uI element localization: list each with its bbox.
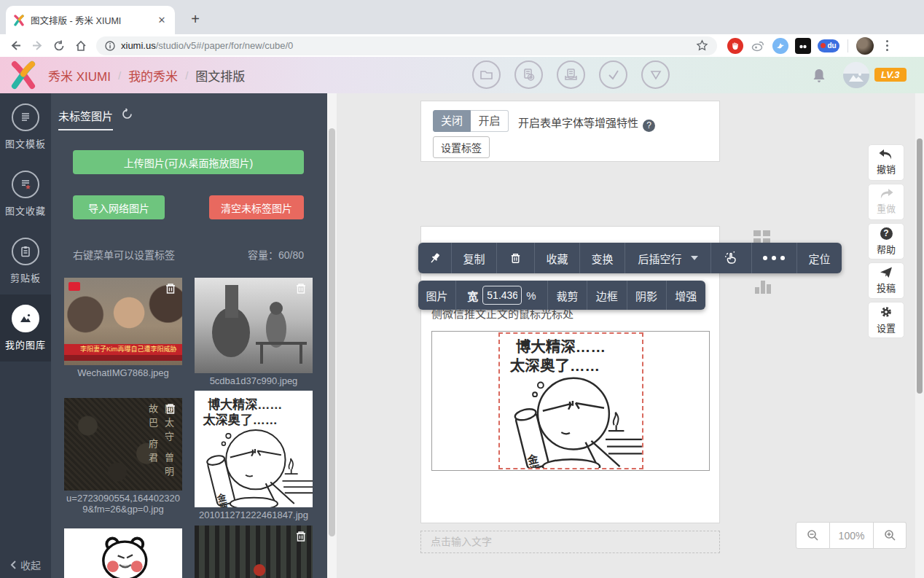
breadcrumb-brand[interactable]: 秀米 XIUMI — [48, 66, 111, 85]
library-image-item[interactable]: 李阳妻子Kim再曝自己遭李阳威胁 WechatIMG7868.jpeg — [64, 278, 182, 378]
home-icon[interactable] — [71, 36, 90, 55]
url-bar[interactable]: xiumi.us/studio/v5#/paper/for/new/cube/0 — [96, 36, 717, 55]
tab-untagged-images[interactable]: 未标签图片 — [58, 108, 113, 130]
selected-image[interactable]: 博大精深…… 太深奥了…… 金瓶梅 — [498, 332, 643, 469]
drag-hand-icon[interactable] — [711, 243, 752, 273]
new-tab-button[interactable]: + — [185, 9, 205, 30]
browser-tab[interactable]: 图文排版 - 秀米 XIUMI ✕ — [6, 6, 175, 34]
undo-arrow-icon — [879, 149, 893, 160]
library-image-item[interactable] — [64, 528, 182, 578]
library-scrollbar[interactable] — [327, 93, 337, 578]
insert-blank-after-label: 后插空行 — [638, 251, 681, 266]
svg-text:博大精深……: 博大精深…… — [515, 338, 605, 355]
sidebar-item-favorites[interactable]: 图文收藏 — [0, 160, 51, 227]
sidebar-item-my-gallery[interactable]: 我的图库 — [0, 294, 51, 362]
folder-icon[interactable] — [472, 60, 501, 89]
user-avatar[interactable] — [843, 62, 869, 88]
zoom-out-button[interactable] — [796, 522, 830, 549]
crop-button[interactable]: 裁剪 — [548, 281, 587, 310]
reload-icon[interactable] — [50, 36, 68, 55]
library-image-item[interactable] — [195, 526, 313, 578]
tab-close-icon[interactable]: ✕ — [156, 15, 168, 26]
copy-image-icon[interactable] — [514, 60, 543, 89]
du-badge-label: du — [827, 42, 836, 50]
enhance-button[interactable]: 增强 — [667, 281, 705, 310]
insert-blank-after-dropdown[interactable]: 后插空行 — [625, 243, 711, 273]
submit-button[interactable]: 投稿 — [868, 262, 904, 299]
favorite-button[interactable]: 收藏 — [535, 243, 580, 273]
redo-label: 重做 — [877, 201, 896, 215]
rubbing-glyphs: 陵太守 曾明 故巴 府君 — [70, 404, 176, 485]
undo-button[interactable]: 撤销 — [868, 144, 904, 181]
thumbnail-bw-photo[interactable] — [195, 278, 313, 373]
border-button[interactable]: 边框 — [587, 281, 627, 310]
browser-menu-icon[interactable] — [880, 40, 894, 51]
thumbnail-rubbing-photo[interactable]: 陵太守 曾明 故巴 府君 — [64, 398, 182, 491]
redo-button[interactable]: 重做 — [868, 184, 904, 220]
transform-button[interactable]: 变换 — [580, 243, 625, 273]
more-options-icon[interactable] — [752, 243, 797, 273]
locate-button[interactable]: 定位 — [797, 243, 842, 273]
info-icon[interactable] — [105, 41, 115, 51]
baidu-extension-icon[interactable]: du — [818, 39, 839, 52]
breadcrumb-separator: / — [118, 69, 121, 82]
divider — [847, 39, 848, 52]
collapse-label: 收起 — [20, 558, 41, 572]
help-question-icon[interactable]: ? — [643, 120, 655, 132]
library-image-item[interactable]: 陵太守 曾明 故巴 府君 u=2723090554,1644023209&fm=… — [64, 398, 182, 515]
settings-button[interactable]: 设置 — [868, 302, 904, 338]
toggle-on-button[interactable]: 开启 — [471, 110, 509, 132]
thumbnail-news-photo[interactable]: 李阳妻子Kim再曝自己遭李阳威胁 — [64, 278, 182, 365]
pin-icon[interactable] — [418, 243, 452, 273]
weibo-extension-icon[interactable] — [750, 38, 766, 54]
library-image-item[interactable]: 博大精深…… 太深奥了…… 金瓶梅 — [195, 391, 313, 520]
width-control: 宽 % — [456, 281, 548, 310]
bookmark-star-icon[interactable] — [696, 39, 708, 52]
back-icon[interactable] — [6, 36, 25, 55]
delete-image-icon[interactable] — [294, 529, 308, 547]
import-web-image-button[interactable]: 导入网络图片 — [73, 195, 165, 219]
delete-image-icon[interactable] — [294, 281, 308, 299]
width-value-input[interactable] — [482, 286, 522, 305]
thumbnail-forest-photo[interactable] — [195, 526, 313, 578]
news-subbanner — [64, 355, 182, 361]
clear-untagged-button[interactable]: 清空未标签图片 — [209, 195, 304, 219]
refresh-icon[interactable] — [121, 108, 133, 123]
zoom-in-button[interactable] — [874, 522, 907, 549]
sidebar-item-clipboard[interactable]: 剪贴板 — [0, 227, 51, 294]
upload-image-button[interactable]: 上传图片(可从桌面拖放图片) — [73, 150, 304, 174]
forward-icon[interactable] — [28, 36, 47, 55]
shadow-button[interactable]: 阴影 — [627, 281, 667, 310]
check-icon[interactable] — [599, 60, 627, 89]
library-image-item[interactable]: 5cdba1d37c990.jpeg — [195, 278, 313, 386]
collapse-panel-button[interactable]: 收起 — [0, 558, 51, 572]
set-tag-button[interactable]: 设置标签 — [433, 136, 490, 158]
bird-extension-icon[interactable] — [772, 38, 788, 54]
triangle-down-icon[interactable] — [641, 60, 670, 89]
browser-profile-avatar[interactable] — [856, 37, 874, 55]
thumbnail-bear-meme[interactable] — [64, 528, 182, 578]
delete-block-icon[interactable] — [497, 243, 535, 273]
help-button[interactable]: ? 帮助 — [868, 223, 904, 259]
save-draft-icon[interactable] — [557, 60, 585, 89]
sidebar-item-label: 我的图库 — [5, 337, 46, 351]
delete-image-icon[interactable] — [163, 402, 178, 419]
delete-image-icon[interactable] — [163, 281, 178, 299]
chart-tool-icon[interactable] — [755, 279, 772, 294]
xiumi-logo[interactable] — [9, 60, 38, 90]
editor-canvas: 关闭 开启 开启表单字体等增强特性? 设置标签 侧微信推文正文的鼠标光标处 博大… — [337, 93, 924, 578]
text-input-placeholder[interactable]: 点击输入文字 — [420, 531, 720, 553]
url-host: xiumi.us — [121, 40, 156, 51]
main-scrollbar[interactable] — [915, 93, 924, 578]
level-badge[interactable]: LV.3 — [874, 68, 907, 82]
toggle-off-button[interactable]: 关闭 — [433, 110, 471, 132]
submit-label: 投稿 — [877, 281, 896, 294]
thumbnail-cartoon[interactable]: 博大精深…… 太深奥了…… 金瓶梅 — [195, 391, 313, 507]
sidebar-item-templates[interactable]: 图文模板 — [0, 93, 51, 160]
browser-toolbar: xiumi.us/studio/v5#/paper/for/new/cube/0… — [0, 34, 924, 57]
dark-extension-icon[interactable] — [795, 38, 811, 54]
adblock-extension-icon[interactable] — [727, 38, 743, 54]
notification-bell-icon[interactable] — [810, 67, 828, 87]
breadcrumb-my-xiumi[interactable]: 我的秀米 — [128, 66, 178, 85]
copy-button[interactable]: 复制 — [452, 243, 497, 273]
